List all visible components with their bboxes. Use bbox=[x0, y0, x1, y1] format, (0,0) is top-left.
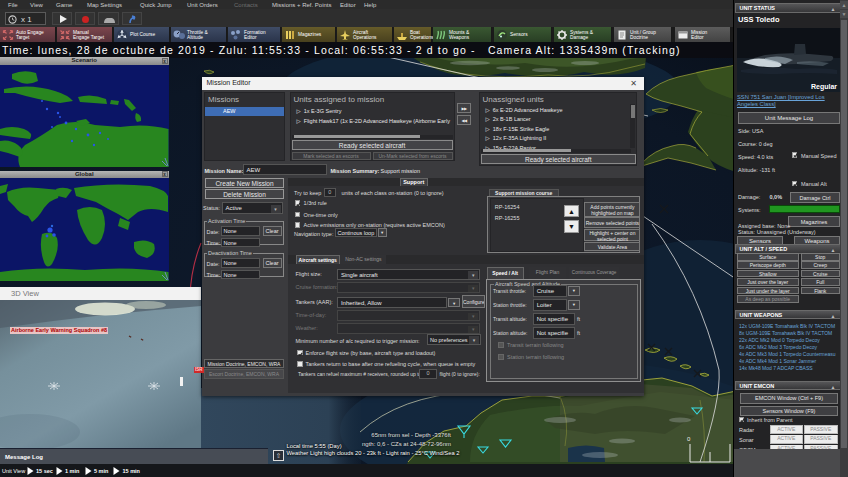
svg-text:Regular: Regular bbox=[811, 83, 837, 91]
